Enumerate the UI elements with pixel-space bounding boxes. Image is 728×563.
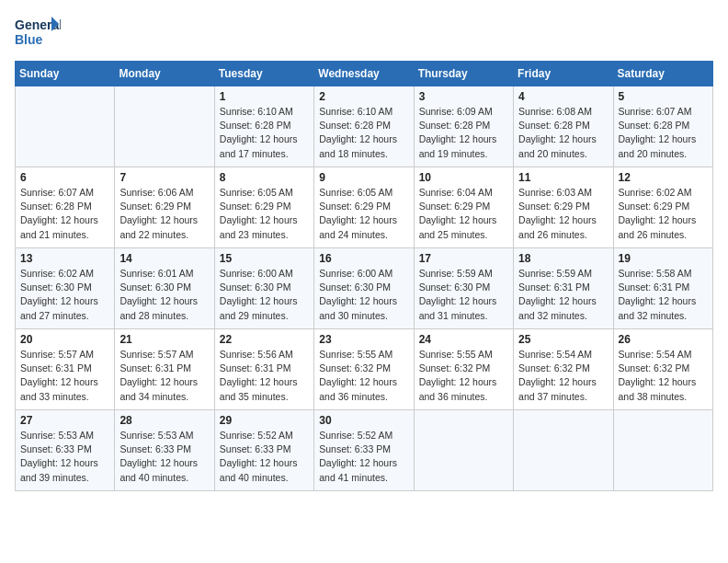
- calendar-cell: 14Sunrise: 6:01 AMSunset: 6:30 PMDayligh…: [115, 248, 214, 329]
- day-number: 22: [220, 333, 309, 346]
- day-number: 20: [20, 333, 109, 346]
- calendar-cell: 17Sunrise: 5:59 AMSunset: 6:30 PMDayligh…: [414, 248, 513, 329]
- calendar-week-row: 1Sunrise: 6:10 AMSunset: 6:28 PMDaylight…: [16, 86, 713, 167]
- day-info: Sunrise: 6:02 AMSunset: 6:29 PMDaylight:…: [619, 186, 708, 242]
- day-info: Sunrise: 5:53 AMSunset: 6:33 PMDaylight:…: [119, 429, 209, 485]
- day-info: Sunrise: 6:10 AMSunset: 6:28 PMDaylight:…: [220, 105, 309, 161]
- calendar-cell: [414, 410, 513, 491]
- calendar-cell: 1Sunrise: 6:10 AMSunset: 6:28 PMDaylight…: [214, 86, 313, 167]
- calendar-day-header: Wednesday: [314, 62, 414, 86]
- day-info: Sunrise: 5:54 AMSunset: 6:32 PMDaylight:…: [619, 348, 708, 404]
- day-info: Sunrise: 5:55 AMSunset: 6:32 PMDaylight:…: [419, 348, 508, 404]
- day-info: Sunrise: 6:09 AMSunset: 6:28 PMDaylight:…: [419, 105, 508, 161]
- calendar-cell: 9Sunrise: 6:05 AMSunset: 6:29 PMDaylight…: [314, 167, 414, 248]
- calendar-cell: 8Sunrise: 6:05 AMSunset: 6:29 PMDaylight…: [214, 167, 313, 248]
- calendar-week-row: 27Sunrise: 5:53 AMSunset: 6:33 PMDayligh…: [16, 410, 713, 491]
- day-info: Sunrise: 5:55 AMSunset: 6:32 PMDaylight:…: [319, 348, 408, 404]
- day-number: 9: [319, 171, 408, 184]
- day-number: 15: [220, 252, 309, 265]
- day-number: 3: [419, 90, 508, 103]
- day-info: Sunrise: 5:54 AMSunset: 6:32 PMDaylight:…: [518, 348, 608, 404]
- day-info: Sunrise: 6:05 AMSunset: 6:29 PMDaylight:…: [319, 186, 408, 242]
- logo-svg: General Blue: [15, 15, 61, 50]
- calendar-week-row: 20Sunrise: 5:57 AMSunset: 6:31 PMDayligh…: [16, 329, 713, 410]
- day-number: 1: [220, 90, 309, 103]
- day-number: 12: [619, 171, 708, 184]
- calendar-cell: 26Sunrise: 5:54 AMSunset: 6:32 PMDayligh…: [613, 329, 712, 410]
- day-info: Sunrise: 5:53 AMSunset: 6:33 PMDaylight:…: [20, 429, 109, 485]
- day-info: Sunrise: 6:08 AMSunset: 6:28 PMDaylight:…: [518, 105, 608, 161]
- day-number: 18: [518, 252, 608, 265]
- day-number: 13: [20, 252, 109, 265]
- day-number: 26: [619, 333, 708, 346]
- calendar-cell: 3Sunrise: 6:09 AMSunset: 6:28 PMDaylight…: [414, 86, 513, 167]
- day-info: Sunrise: 5:58 AMSunset: 6:31 PMDaylight:…: [619, 267, 708, 323]
- day-info: Sunrise: 5:52 AMSunset: 6:33 PMDaylight:…: [220, 429, 309, 485]
- calendar-header-row: SundayMondayTuesdayWednesdayThursdayFrid…: [16, 62, 713, 86]
- calendar-cell: 21Sunrise: 5:57 AMSunset: 6:31 PMDayligh…: [115, 329, 214, 410]
- calendar-cell: 28Sunrise: 5:53 AMSunset: 6:33 PMDayligh…: [115, 410, 214, 491]
- calendar-cell: 12Sunrise: 6:02 AMSunset: 6:29 PMDayligh…: [613, 167, 712, 248]
- day-number: 4: [518, 90, 608, 103]
- calendar-cell: 11Sunrise: 6:03 AMSunset: 6:29 PMDayligh…: [514, 167, 613, 248]
- day-info: Sunrise: 6:07 AMSunset: 6:28 PMDaylight:…: [20, 186, 109, 242]
- day-number: 5: [619, 90, 708, 103]
- day-number: 25: [518, 333, 608, 346]
- calendar-cell: [115, 86, 214, 167]
- day-info: Sunrise: 6:01 AMSunset: 6:30 PMDaylight:…: [119, 267, 209, 323]
- calendar-cell: 19Sunrise: 5:58 AMSunset: 6:31 PMDayligh…: [613, 248, 712, 329]
- calendar-cell: 24Sunrise: 5:55 AMSunset: 6:32 PMDayligh…: [414, 329, 513, 410]
- day-info: Sunrise: 5:57 AMSunset: 6:31 PMDaylight:…: [20, 348, 109, 404]
- day-number: 7: [119, 171, 209, 184]
- svg-text:Blue: Blue: [15, 32, 43, 47]
- calendar-day-header: Saturday: [613, 62, 712, 86]
- day-number: 17: [419, 252, 508, 265]
- day-number: 30: [319, 414, 408, 427]
- day-info: Sunrise: 6:05 AMSunset: 6:29 PMDaylight:…: [220, 186, 309, 242]
- day-info: Sunrise: 5:59 AMSunset: 6:30 PMDaylight:…: [419, 267, 508, 323]
- calendar-cell: 2Sunrise: 6:10 AMSunset: 6:28 PMDaylight…: [314, 86, 414, 167]
- calendar-cell: [16, 86, 115, 167]
- day-number: 29: [220, 414, 309, 427]
- day-info: Sunrise: 6:10 AMSunset: 6:28 PMDaylight:…: [319, 105, 408, 161]
- day-info: Sunrise: 6:07 AMSunset: 6:28 PMDaylight:…: [619, 105, 708, 161]
- day-number: 11: [518, 171, 608, 184]
- day-number: 16: [319, 252, 408, 265]
- page-header: General Blue: [15, 15, 713, 50]
- calendar-cell: 10Sunrise: 6:04 AMSunset: 6:29 PMDayligh…: [414, 167, 513, 248]
- day-info: Sunrise: 6:00 AMSunset: 6:30 PMDaylight:…: [319, 267, 408, 323]
- calendar-cell: 7Sunrise: 6:06 AMSunset: 6:29 PMDaylight…: [115, 167, 214, 248]
- day-number: 8: [220, 171, 309, 184]
- day-number: 27: [20, 414, 109, 427]
- calendar-day-header: Thursday: [414, 62, 513, 86]
- calendar-cell: 20Sunrise: 5:57 AMSunset: 6:31 PMDayligh…: [16, 329, 115, 410]
- calendar-cell: 15Sunrise: 6:00 AMSunset: 6:30 PMDayligh…: [214, 248, 313, 329]
- day-number: 24: [419, 333, 508, 346]
- calendar-cell: 27Sunrise: 5:53 AMSunset: 6:33 PMDayligh…: [16, 410, 115, 491]
- calendar-cell: 23Sunrise: 5:55 AMSunset: 6:32 PMDayligh…: [314, 329, 414, 410]
- day-info: Sunrise: 6:06 AMSunset: 6:29 PMDaylight:…: [119, 186, 209, 242]
- day-number: 6: [20, 171, 109, 184]
- calendar-cell: [613, 410, 712, 491]
- calendar-week-row: 13Sunrise: 6:02 AMSunset: 6:30 PMDayligh…: [16, 248, 713, 329]
- day-info: Sunrise: 6:04 AMSunset: 6:29 PMDaylight:…: [419, 186, 508, 242]
- day-number: 19: [619, 252, 708, 265]
- calendar-cell: 29Sunrise: 5:52 AMSunset: 6:33 PMDayligh…: [214, 410, 313, 491]
- day-number: 14: [119, 252, 209, 265]
- calendar-day-header: Monday: [115, 62, 214, 86]
- day-info: Sunrise: 6:03 AMSunset: 6:29 PMDaylight:…: [518, 186, 608, 242]
- calendar-cell: 22Sunrise: 5:56 AMSunset: 6:31 PMDayligh…: [214, 329, 313, 410]
- calendar-day-header: Tuesday: [214, 62, 313, 86]
- calendar-cell: 4Sunrise: 6:08 AMSunset: 6:28 PMDaylight…: [514, 86, 613, 167]
- calendar-day-header: Friday: [514, 62, 613, 86]
- day-info: Sunrise: 5:57 AMSunset: 6:31 PMDaylight:…: [119, 348, 209, 404]
- day-info: Sunrise: 5:52 AMSunset: 6:33 PMDaylight:…: [319, 429, 408, 485]
- calendar-cell: 13Sunrise: 6:02 AMSunset: 6:30 PMDayligh…: [16, 248, 115, 329]
- day-info: Sunrise: 6:00 AMSunset: 6:30 PMDaylight:…: [220, 267, 309, 323]
- calendar-week-row: 6Sunrise: 6:07 AMSunset: 6:28 PMDaylight…: [16, 167, 713, 248]
- logo: General Blue: [15, 15, 61, 50]
- day-info: Sunrise: 6:02 AMSunset: 6:30 PMDaylight:…: [20, 267, 109, 323]
- calendar-table: SundayMondayTuesdayWednesdayThursdayFrid…: [15, 61, 713, 491]
- day-number: 23: [319, 333, 408, 346]
- day-number: 28: [119, 414, 209, 427]
